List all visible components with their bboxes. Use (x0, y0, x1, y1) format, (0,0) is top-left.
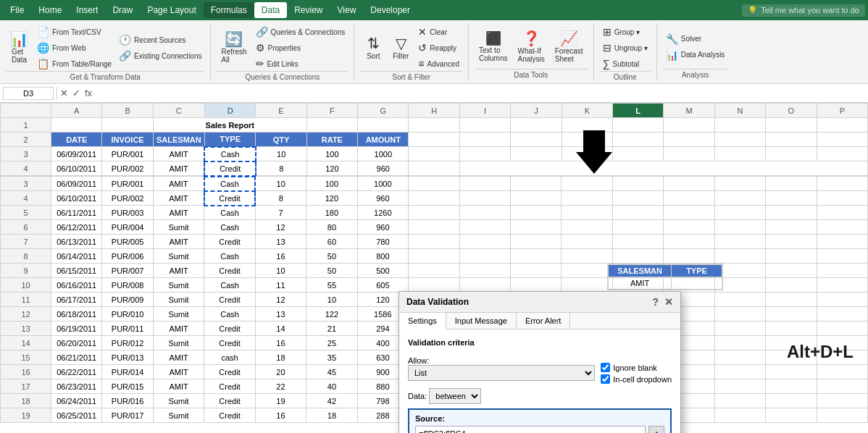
cell-empty-12-13[interactable] (714, 307, 765, 321)
cell-empty-8-12[interactable] (664, 249, 714, 264)
cell-9-5[interactable]: 50 (306, 264, 357, 278)
cell-9-1[interactable]: PUR/007 (102, 264, 153, 278)
cell-empty-10-9[interactable] (510, 278, 561, 293)
cell-empty-7-12[interactable] (664, 235, 714, 249)
cell-4-2[interactable]: AMIT (153, 191, 204, 206)
header-type[interactable]: TYPE (204, 133, 255, 147)
cell-empty-6-11[interactable] (612, 220, 663, 235)
cell-13-3[interactable]: Credit (204, 321, 255, 336)
cell-empty-16-15[interactable] (817, 365, 867, 379)
cell-11-1[interactable]: PUR/009 (102, 293, 153, 307)
header-invoice[interactable]: INVOICE (102, 133, 153, 147)
cell-d3-selected[interactable]: Cash (204, 147, 255, 161)
forecast-sheet-button[interactable]: 📈 ForecastSheet (551, 29, 588, 65)
cell-12-0[interactable]: 06/18/2011 (51, 307, 102, 321)
cell-d4[interactable]: Credit (204, 161, 255, 176)
cell-11-5[interactable]: 10 (306, 293, 357, 307)
cell-empty-9-10[interactable] (562, 264, 612, 278)
cell-p3[interactable] (817, 147, 867, 161)
ignore-blank-checkbox[interactable]: Ignore blank (601, 363, 672, 372)
cell-empty-4-12[interactable] (664, 191, 714, 206)
cell-8-0[interactable]: 06/14/2011 (51, 249, 102, 264)
menu-draw[interactable]: Draw (105, 2, 140, 18)
cell-8-1[interactable]: PUR/006 (102, 249, 153, 264)
cell-6-4[interactable]: 12 (255, 220, 306, 235)
cell-l1[interactable] (613, 118, 664, 133)
cell-empty-11-14[interactable] (766, 293, 817, 307)
cell-13-0[interactable]: 06/19/2011 (51, 321, 102, 336)
cell-empty-8-8[interactable] (459, 249, 510, 264)
cell-10-3[interactable]: Cash (204, 278, 255, 293)
cell-i1[interactable] (459, 118, 510, 133)
cell-7-5[interactable]: 60 (306, 235, 357, 249)
col-header-i[interactable]: I (459, 104, 510, 118)
cell-f3[interactable]: 100 (306, 147, 357, 161)
cell-6-5[interactable]: 80 (306, 220, 357, 235)
cell-empty-10-8[interactable] (459, 278, 510, 293)
solver-button[interactable]: 🔧 Solver (663, 32, 728, 46)
cell-sales-report[interactable]: Sales Report (153, 118, 306, 133)
header-rate[interactable]: RATE (306, 133, 357, 147)
cell-15-4[interactable]: 18 (255, 350, 306, 365)
cell-14-4[interactable]: 16 (255, 336, 306, 350)
cell-empty-10-15[interactable] (817, 278, 867, 293)
cell-empty-7-8[interactable] (459, 235, 510, 249)
cell-empty-9-9[interactable] (510, 264, 561, 278)
cell-12-4[interactable]: 13 (255, 307, 306, 321)
cell-10-2[interactable]: Sumit (153, 278, 204, 293)
cell-7-2[interactable]: AMIT (153, 235, 204, 249)
cell-o3[interactable] (766, 147, 817, 161)
cell-empty-3-8[interactable] (459, 177, 510, 191)
tab-error-alert[interactable]: Error Alert (517, 313, 571, 329)
cell-10-5[interactable]: 55 (306, 278, 357, 293)
menu-developer[interactable]: Developer (363, 2, 417, 18)
cell-empty-19-13[interactable] (714, 408, 765, 423)
cell-11-0[interactable]: 06/17/2011 (51, 293, 102, 307)
float-cell-type[interactable] (672, 277, 722, 290)
cell-a3[interactable]: 06/09/2011 (51, 147, 102, 161)
cell-4-0[interactable]: 06/10/2011 (51, 191, 102, 206)
what-if-button[interactable]: ❓ What-IfAnalysis (513, 29, 548, 65)
cell-17-1[interactable]: PUR/015 (102, 379, 153, 394)
cell-6-6[interactable]: 960 (357, 220, 408, 235)
menu-page-layout[interactable]: Page Layout (140, 2, 203, 18)
cell-6-3[interactable]: Cash (204, 220, 255, 235)
cell-p1[interactable] (817, 118, 867, 133)
cell-l3[interactable] (613, 147, 664, 161)
cell-15-1[interactable]: PUR/013 (102, 350, 153, 365)
cell-h1[interactable] (409, 118, 459, 133)
cell-n1[interactable] (714, 118, 765, 133)
cell-empty-6-9[interactable] (510, 220, 561, 235)
cell-empty-5-11[interactable] (612, 206, 663, 220)
cell-4-4[interactable]: 8 (255, 191, 306, 206)
from-table-button[interactable]: 📋 From Table/Range (34, 56, 114, 71)
cell-5-0[interactable]: 06/11/2011 (51, 206, 102, 220)
subtotal-button[interactable]: ∑ Subtotal (600, 56, 651, 71)
cell-14-1[interactable]: PUR/012 (102, 336, 153, 350)
col-header-c[interactable]: C (153, 104, 204, 118)
cell-4-6[interactable]: 960 (357, 191, 408, 206)
cell-empty-4-8[interactable] (459, 191, 510, 206)
cell-e4[interactable]: 8 (256, 161, 306, 176)
cell-n3[interactable] (714, 147, 765, 161)
cell-j2[interactable] (511, 133, 562, 147)
cell-empty-10-10[interactable] (562, 278, 612, 293)
cell-13-4[interactable]: 14 (255, 321, 306, 336)
cell-b3[interactable]: PUR/001 (102, 147, 153, 161)
cell-12-1[interactable]: PUR/010 (102, 307, 153, 321)
cell-19-0[interactable]: 06/25/2011 (51, 408, 102, 423)
col-header-k[interactable]: K (562, 104, 612, 118)
cell-11-4[interactable]: 12 (255, 293, 306, 307)
cell-a1[interactable] (51, 118, 102, 133)
cell-empty-3-7[interactable] (409, 177, 459, 191)
cell-empty-13-13[interactable] (714, 321, 765, 336)
cell-7-0[interactable]: 06/13/2011 (51, 235, 102, 249)
cell-a4[interactable]: 06/10/2011 (51, 161, 102, 176)
cell-5-4[interactable]: 7 (255, 206, 306, 220)
cell-19-2[interactable]: Sumit (153, 408, 204, 423)
cell-12-2[interactable]: Sumit (153, 307, 204, 321)
cell-5-2[interactable]: AMIT (153, 206, 204, 220)
cell-8-5[interactable]: 50 (306, 249, 357, 264)
cell-4-3[interactable]: Credit (204, 191, 255, 206)
cell-b1[interactable] (102, 118, 153, 133)
